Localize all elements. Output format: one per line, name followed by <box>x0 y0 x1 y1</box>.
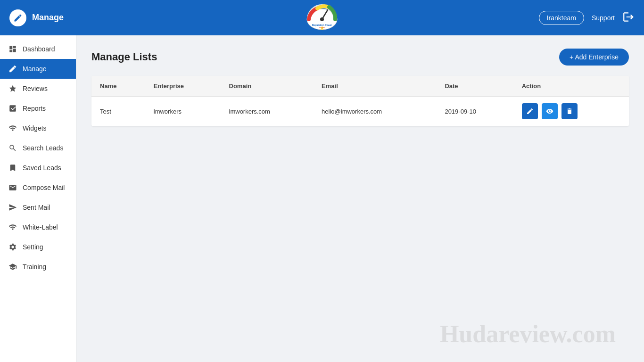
sidebar-item-training[interactable]: Training <box>0 257 76 277</box>
cell-date: 2019-09-10 <box>436 97 513 126</box>
cell-name: Test <box>91 97 145 126</box>
reviews-icon <box>8 83 18 94</box>
sidebar-item-compose-mail[interactable]: Compose Mail <box>0 178 76 197</box>
col-header-name: Name <box>91 76 145 97</box>
sidebar-label-dashboard: Dashboard <box>23 45 55 53</box>
training-icon <box>8 262 18 272</box>
svg-text:Ranker: Ranker <box>319 26 326 29</box>
sidebar-label-manage: Manage <box>23 65 47 73</box>
cell-action <box>513 97 629 126</box>
sidebar-label-training: Training <box>23 263 46 271</box>
setting-icon <box>8 242 18 252</box>
col-header-email: Email <box>313 76 436 97</box>
white-label-icon <box>8 222 18 232</box>
saved-leads-icon <box>8 163 18 173</box>
manage-lists-table: Name Enterprise Domain Email Date Action… <box>91 76 629 126</box>
col-header-action: Action <box>513 76 629 97</box>
sidebar-item-search-leads[interactable]: Search Leads <box>0 138 76 158</box>
reports-icon <box>8 103 18 114</box>
sidebar-label-compose-mail: Compose Mail <box>23 184 65 191</box>
page-header: Manage Lists + Add Enterprise <box>91 49 629 66</box>
logout-icon[interactable] <box>622 11 635 25</box>
add-enterprise-button[interactable]: + Add Enterprise <box>559 49 629 66</box>
user-button[interactable]: Irankteam <box>539 11 584 25</box>
col-header-domain: Domain <box>221 76 314 97</box>
layout: Dashboard Manage Reviews Reports Widgets <box>0 35 644 362</box>
sidebar-item-sent-mail[interactable]: Sent Mail <box>0 197 76 217</box>
sent-mail-icon <box>8 202 18 213</box>
cell-email: hello@imworkers.com <box>313 97 436 126</box>
sidebar-label-reports: Reports <box>23 105 46 112</box>
navbar: Manage Reputation Power Ranker Irankteam… <box>0 0 644 35</box>
manage-icon <box>8 64 18 74</box>
compose-mail-icon <box>8 182 18 193</box>
table: Name Enterprise Domain Email Date Action… <box>91 76 629 126</box>
navbar-title: Manage <box>32 13 64 23</box>
sidebar-item-reviews[interactable]: Reviews <box>0 79 76 99</box>
sidebar-label-setting: Setting <box>23 243 43 251</box>
sidebar: Dashboard Manage Reviews Reports Widgets <box>0 35 76 362</box>
delete-button[interactable] <box>561 103 578 119</box>
sidebar-item-white-label[interactable]: White-Label <box>0 217 76 237</box>
main-content: Manage Lists + Add Enterprise Name Enter… <box>76 35 644 362</box>
cell-domain: imworkers.com <box>221 97 314 126</box>
edit-button[interactable] <box>522 103 538 119</box>
sidebar-item-reports[interactable]: Reports <box>0 99 76 118</box>
col-header-enterprise: Enterprise <box>145 76 221 97</box>
sidebar-label-saved-leads: Saved Leads <box>23 164 61 172</box>
search-leads-icon <box>8 143 18 153</box>
col-header-date: Date <box>436 76 513 97</box>
dashboard-icon <box>8 44 18 54</box>
navbar-left: Manage <box>9 9 64 26</box>
sidebar-item-dashboard[interactable]: Dashboard <box>0 39 76 59</box>
sidebar-label-search-leads: Search Leads <box>23 144 63 152</box>
sidebar-label-widgets: Widgets <box>23 124 47 132</box>
table-header-row: Name Enterprise Domain Email Date Action <box>91 76 629 97</box>
view-button[interactable] <box>542 103 558 119</box>
table-row: Test imworkers imworkers.com hello@imwor… <box>91 97 629 126</box>
navbar-brand-icon <box>9 9 26 26</box>
sidebar-item-manage[interactable]: Manage <box>0 59 76 79</box>
sidebar-label-reviews: Reviews <box>23 85 48 92</box>
widgets-icon <box>8 123 18 133</box>
svg-point-2 <box>320 17 324 21</box>
sidebar-label-sent-mail: Sent Mail <box>23 204 50 211</box>
sidebar-item-setting[interactable]: Setting <box>0 237 76 257</box>
sidebar-item-widgets[interactable]: Widgets <box>0 118 76 138</box>
navbar-center-logo: Reputation Power Ranker <box>303 1 341 34</box>
navbar-right: Irankteam Support <box>539 11 635 25</box>
support-button[interactable]: Support <box>592 14 615 22</box>
sidebar-item-saved-leads[interactable]: Saved Leads <box>0 158 76 178</box>
sidebar-label-white-label: White-Label <box>23 223 58 231</box>
cell-enterprise: imworkers <box>145 97 221 126</box>
page-title: Manage Lists <box>91 51 157 63</box>
